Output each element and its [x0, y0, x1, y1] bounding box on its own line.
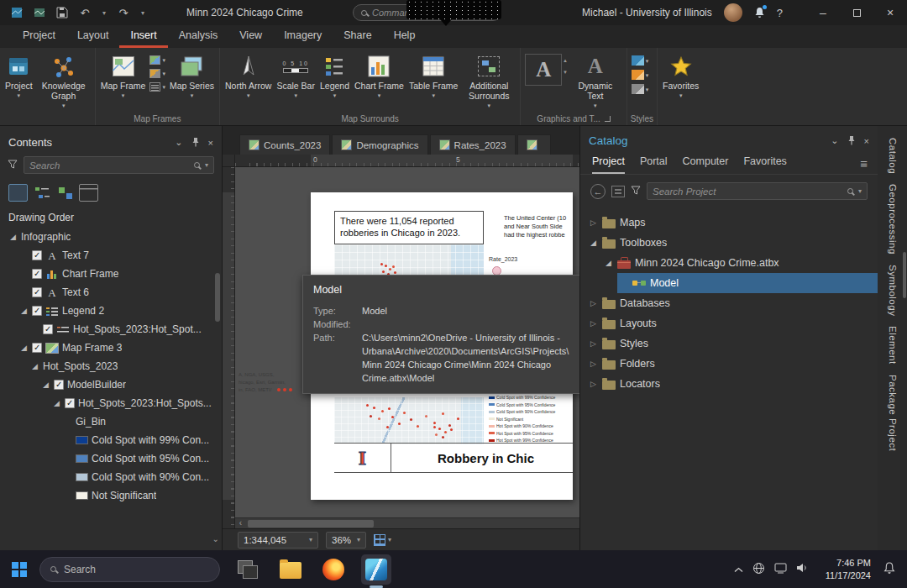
new-map-icon[interactable] — [33, 6, 46, 19]
pin-icon[interactable] — [847, 136, 856, 145]
visibility-checkbox[interactable] — [43, 324, 53, 334]
view-tab[interactable]: Rates_2023 — [430, 134, 516, 155]
list-by-editing-icon[interactable] — [79, 184, 98, 202]
headline-textbox[interactable]: There were 11,054 reported robberies in … — [334, 211, 484, 244]
volume-icon[interactable] — [796, 563, 808, 575]
table-frame-button[interactable]: Table Frame ▾ — [406, 50, 460, 100]
ribbon-tab[interactable]: Layout — [66, 25, 120, 48]
contents-tree-item[interactable]: Gi_Bin — [0, 412, 222, 431]
visibility-checkbox[interactable] — [32, 306, 42, 316]
visibility-checkbox[interactable] — [32, 343, 42, 353]
close-panel-icon[interactable]: × — [208, 138, 213, 148]
notification-bell-icon[interactable] — [883, 562, 895, 577]
quick-access-options-icon[interactable]: ▾ — [139, 6, 146, 19]
expand-arrow-icon[interactable] — [19, 344, 29, 352]
maximize-button[interactable] — [840, 0, 873, 25]
scale-bar-button[interactable]: 0 5 10 Scale Bar ▾ — [274, 50, 317, 100]
knowledge-graph-button[interactable]: Knowledge Graph ▾ — [35, 50, 92, 110]
catalog-tab[interactable]: Computer — [683, 155, 729, 174]
text-gallery[interactable]: A — [525, 54, 562, 86]
layout-canvas[interactable]: There were 11,054 reported robberies in … — [235, 167, 579, 528]
dock-tab[interactable]: Catalog — [888, 138, 898, 176]
legend-button[interactable]: Legend ▾ — [317, 50, 352, 100]
dock-tab[interactable]: Element — [888, 326, 898, 367]
view-tab[interactable]: Counts_2023 — [239, 134, 330, 155]
favorites-button[interactable]: Favorites ▾ — [660, 50, 701, 100]
contents-tree-item[interactable]: Cold Spot with 99% Con... — [0, 431, 222, 449]
close-panel-icon[interactable]: × — [864, 136, 869, 146]
ribbon-tab[interactable]: View — [228, 25, 273, 48]
contents-tree-item[interactable]: Hot_Spots_2023:Hot_Spot... — [0, 320, 222, 339]
catalog-tab[interactable]: Portal — [640, 155, 668, 174]
catalog-tree-item[interactable]: Toolboxes — [580, 233, 878, 253]
catalog-tree-item[interactable]: Model — [580, 273, 878, 293]
expand-arrow-icon[interactable] — [589, 239, 598, 247]
dock-tab[interactable]: Symbology — [888, 265, 898, 318]
zoom-combo[interactable]: 36% ▾ — [326, 532, 366, 549]
contents-tree-item[interactable]: Cold Spot with 95% Con... — [0, 449, 222, 468]
contents-tree-item[interactable]: ModelBuilder — [0, 375, 222, 394]
contents-tree-item[interactable]: Cold Spot with 90% Con... — [0, 468, 222, 486]
horizontal-scrollbar[interactable]: ‹ — [235, 517, 579, 528]
taskbar-search[interactable]: Search — [39, 557, 220, 582]
dialog-launcher-icon[interactable] — [605, 116, 611, 122]
contents-tree-item[interactable]: Hot_Spots_2023 — [0, 357, 222, 375]
cast-icon[interactable] — [774, 563, 787, 576]
scroll-down-icon[interactable]: ⌄ — [212, 534, 219, 543]
map-series-button[interactable]: Map Series ▾ — [167, 50, 217, 100]
snapping-button[interactable]: ▾ — [374, 534, 391, 546]
catalog-tree-item[interactable]: Databases — [580, 293, 878, 313]
contents-search-input[interactable]: Search ▾ — [24, 156, 214, 174]
contents-tree-item[interactable]: Infographic — [0, 228, 222, 246]
help-icon[interactable]: ? — [777, 7, 783, 19]
catalog-tree-item[interactable]: Maps — [580, 213, 878, 233]
expand-arrow-icon[interactable] — [30, 363, 39, 370]
scale-combo[interactable]: 1:344,045 ▾ — [238, 532, 318, 549]
undo-dropdown-icon[interactable]: ▾ — [101, 6, 107, 19]
contents-tree-item[interactable]: Chart Frame — [0, 265, 222, 283]
additional-surrounds-button[interactable]: Additional Surrounds ▾ — [460, 50, 517, 110]
side-note-text[interactable]: The United Center (10 and Near South Sid… — [504, 214, 573, 239]
chart-frame-button[interactable]: Chart Frame ▾ — [352, 50, 406, 100]
notifications-icon[interactable] — [754, 7, 765, 18]
minimize-button[interactable]: – — [806, 0, 840, 25]
signed-in-user[interactable]: Michael - University of Illinois — [582, 7, 712, 18]
search-options-icon[interactable]: ▾ — [858, 187, 862, 195]
dynamic-text-button[interactable]: A Dynamic Text ▾ — [567, 50, 624, 110]
ribbon-tab[interactable]: Share — [333, 25, 382, 48]
expand-arrow-icon[interactable] — [589, 360, 598, 368]
scrollbar-thumb[interactable] — [903, 252, 906, 298]
scrollbar-thumb[interactable] — [248, 520, 374, 528]
list-by-selection-icon[interactable] — [55, 184, 75, 202]
expand-arrow-icon[interactable] — [589, 381, 598, 388]
ribbon-tab[interactable]: Help — [383, 25, 427, 48]
contents-tree-item[interactable]: Map Frame 3 — [0, 339, 222, 357]
catalog-tree-item[interactable]: Layouts — [580, 313, 878, 333]
tray-chevron-icon[interactable] — [734, 564, 743, 575]
expand-arrow-icon[interactable] — [589, 219, 598, 227]
expand-arrow-icon[interactable] — [604, 260, 613, 267]
contents-tree-item[interactable]: Text 6 — [0, 283, 222, 302]
clock[interactable]: 7:46 PM 11/17/2024 — [826, 557, 871, 582]
project-button[interactable]: Project ▾ — [3, 50, 35, 100]
map-frame-hot-spots[interactable] — [334, 397, 484, 444]
visibility-checkbox[interactable] — [32, 287, 42, 297]
dock-tab[interactable]: Geoprocessing — [888, 184, 898, 257]
dock-tab[interactable]: Package Project — [888, 375, 898, 454]
expand-arrow-icon[interactable] — [589, 320, 598, 328]
contents-tree-item[interactable]: Hot_Spots_2023:Hot_Spots... — [0, 394, 222, 412]
activate-button[interactable]: ▾ — [149, 69, 165, 78]
menu-icon[interactable]: ≡ — [860, 156, 868, 174]
expand-arrow-icon[interactable] — [8, 234, 18, 241]
redo-icon[interactable]: ↷ — [117, 6, 130, 19]
back-icon[interactable]: ← — [590, 184, 606, 199]
catalog-tree-item[interactable]: Minn 2024 Chicago Crime.atbx — [580, 253, 878, 273]
panel-chevron-icon[interactable]: ⌄ — [831, 135, 838, 146]
catalog-tree-item[interactable]: Styles — [580, 333, 878, 354]
add-style-button[interactable]: ▾ — [632, 70, 649, 80]
ribbon-tab[interactable]: Project — [12, 25, 66, 48]
layout-title-text[interactable]: Robbery in Chic — [438, 451, 534, 465]
visibility-checkbox[interactable] — [32, 250, 42, 260]
ribbon-tab[interactable]: Imagery — [273, 25, 333, 48]
view-tab[interactable] — [517, 134, 551, 155]
